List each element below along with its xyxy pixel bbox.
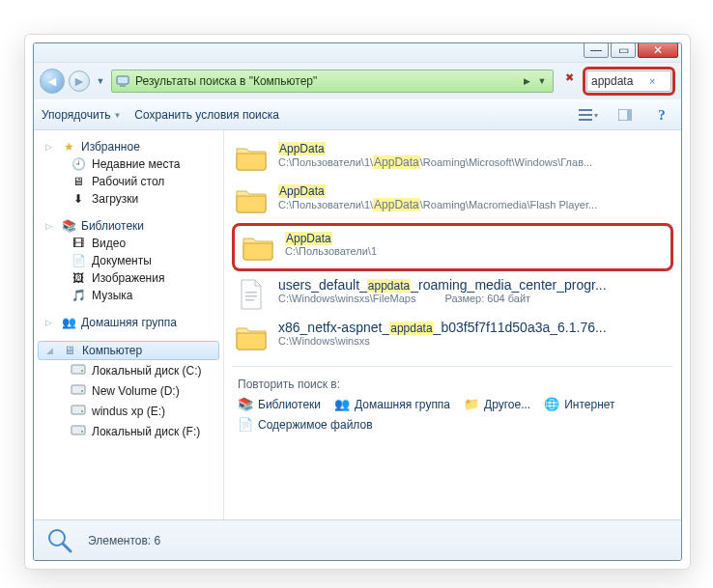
result-path: C:\Пользователи\1\AppData\Roaming\Micros…: [278, 155, 671, 169]
svg-rect-3: [579, 114, 592, 116]
toolbar: Упорядочить▼ Сохранить условия поиска ?: [34, 99, 681, 130]
repeat-file-contents[interactable]: 📄 Содержимое файлов: [238, 417, 373, 432]
repeat-search-section: Повторить поиск в: 📚Библиотеки👥Домашняя …: [232, 366, 673, 434]
svg-point-10: [81, 390, 83, 392]
organize-menu[interactable]: Упорядочить▼: [42, 108, 121, 122]
address-dropdown[interactable]: ▼: [533, 76, 551, 86]
nav-forward-button[interactable]: ►: [69, 70, 90, 92]
file-icon: [234, 277, 269, 312]
svg-point-12: [81, 410, 83, 412]
folder-icon: [234, 182, 269, 217]
view-mode-button[interactable]: [577, 104, 600, 126]
nav-back-button[interactable]: ◄: [40, 69, 65, 94]
svg-rect-16: [245, 295, 257, 297]
computer-icon: [114, 72, 131, 90]
sidebar-drive-item[interactable]: Локальный диск (F:): [34, 421, 223, 441]
search-result[interactable]: AppData C:\Пользователи\1\AppData\Roamin…: [232, 179, 673, 221]
result-title: x86_netfx-aspnet_appdata_b03f5f7f11d50a3…: [278, 320, 671, 335]
sidebar-drive-item[interactable]: windus xp (E:): [34, 401, 223, 421]
favorites-header[interactable]: ▷★Избранное: [34, 138, 223, 155]
libraries-header[interactable]: ▷📚Библиотеки: [34, 217, 223, 235]
svg-rect-15: [245, 292, 257, 294]
results-pane: AppData C:\Пользователи\1\AppData\Roamin…: [224, 130, 681, 519]
result-title: users_default_appdata_roaming_media_cent…: [278, 277, 671, 293]
folder-icon: [241, 230, 275, 265]
result-title: AppData: [278, 182, 671, 198]
homegroup-header[interactable]: ▷👥Домашняя группа: [34, 314, 223, 331]
svg-rect-17: [245, 299, 254, 301]
svg-rect-2: [579, 109, 592, 111]
status-text: Элементов: 6: [88, 534, 160, 547]
svg-rect-6: [627, 109, 632, 121]
minimize-button[interactable]: —: [584, 42, 609, 58]
sidebar-item[interactable]: 🖼Изображения: [34, 269, 223, 287]
computer-header[interactable]: ◢🖥Компьютер: [38, 341, 219, 360]
help-button[interactable]: ?: [650, 104, 673, 126]
repeat-search-label: Повторить поиск в:: [238, 378, 340, 391]
title-bar: — ▭ ✕: [34, 43, 681, 63]
folder-icon: [234, 140, 269, 175]
address-row: ◄ ► ▼ Результаты поиска в "Компьютер" ▶ …: [34, 63, 681, 99]
result-title: AppData: [285, 230, 665, 245]
result-path: C:\Пользователи\1: [285, 245, 665, 257]
svg-line-19: [63, 544, 71, 551]
sidebar-item[interactable]: 🎞Видео: [34, 235, 223, 252]
sidebar-drive-item[interactable]: Локальный диск (C:): [34, 360, 223, 380]
svg-rect-7: [71, 365, 85, 374]
clear-search-button[interactable]: ×: [649, 75, 655, 87]
address-text: Результаты поиска в "Компьютер": [131, 74, 521, 88]
folder-icon: [234, 320, 269, 354]
sidebar-item[interactable]: 🖥Рабочий стол: [34, 173, 223, 190]
svg-rect-1: [120, 85, 126, 87]
nav-history-dropdown[interactable]: ▼: [94, 76, 107, 86]
breadcrumb-arrow[interactable]: ▶: [521, 76, 533, 86]
save-search-button[interactable]: Сохранить условия поиска: [134, 108, 279, 122]
repeat-search-target[interactable]: 📚Библиотеки: [238, 397, 321, 411]
result-path: C:\Пользователи\1\AppData\Roaming\Macrom…: [278, 198, 671, 211]
svg-point-14: [81, 431, 83, 433]
sidebar-item[interactable]: ⬇Загрузки: [34, 190, 223, 208]
stop-search-button[interactable]: ✖: [559, 71, 579, 91]
svg-point-8: [81, 370, 83, 372]
maximize-button[interactable]: ▭: [611, 42, 636, 58]
search-highlight-annotation: ×: [583, 67, 675, 96]
repeat-search-target[interactable]: 🌐Интернет: [544, 397, 614, 411]
navigation-pane: ▷★Избранное 🕘Недавние места🖥Рабочий стол…: [34, 130, 224, 519]
result-path: C:\Windows\winsxs: [278, 335, 671, 347]
close-button[interactable]: ✕: [638, 42, 678, 58]
svg-rect-9: [71, 385, 85, 394]
sidebar-item[interactable]: 🕘Недавние места: [34, 155, 223, 173]
sidebar-item[interactable]: 🎵Музыка: [34, 287, 223, 304]
magnifier-icon: [43, 524, 76, 557]
svg-rect-4: [579, 119, 592, 121]
search-result[interactable]: x86_netfx-aspnet_appdata_b03f5f7f11d50a3…: [232, 316, 673, 358]
search-result[interactable]: users_default_appdata_roaming_media_cent…: [232, 273, 673, 316]
status-bar: Элементов: 6: [34, 519, 681, 560]
sidebar-item[interactable]: 📄Документы: [34, 252, 223, 269]
search-result[interactable]: AppData C:\Пользователи\1: [232, 223, 673, 271]
svg-rect-11: [71, 406, 85, 414]
result-title: AppData: [278, 140, 671, 155]
svg-rect-13: [71, 426, 85, 434]
search-box[interactable]: ×: [586, 70, 671, 92]
sidebar-drive-item[interactable]: New Volume (D:): [34, 380, 223, 401]
address-bar[interactable]: Результаты поиска в "Компьютер" ▶ ▼: [111, 70, 554, 93]
search-result[interactable]: AppData C:\Пользователи\1\AppData\Roamin…: [232, 136, 673, 179]
repeat-search-target[interactable]: 📁Другое...: [464, 397, 530, 411]
repeat-search-target[interactable]: 👥Домашняя группа: [334, 397, 450, 411]
result-path: C:\Windows\winsxs\FileMapsРазмер: 604 ба…: [278, 293, 671, 304]
search-input[interactable]: [591, 74, 649, 88]
preview-pane-button[interactable]: [613, 104, 637, 126]
svg-rect-0: [117, 76, 128, 84]
